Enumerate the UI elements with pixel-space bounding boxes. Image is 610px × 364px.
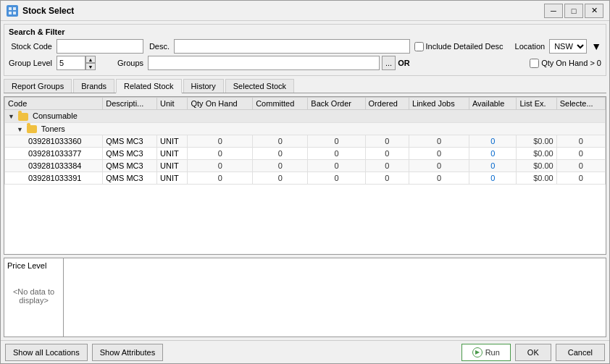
item-list-ex: $0.00	[517, 172, 556, 185]
item-desc: QMS MC3	[103, 160, 157, 172]
show-all-locations-button[interactable]: Show all Locations	[5, 344, 88, 361]
title-bar: Stock Select ─ □ ✕	[1, 1, 609, 21]
table-row[interactable]: 039281033384 QMS MC3 UNIT 0 0 0 0 0 0 $0…	[5, 160, 606, 172]
group-level-input[interactable]	[57, 56, 85, 70]
tree-arrow-icon: ▼	[17, 126, 23, 133]
item-unit: UNIT	[157, 172, 188, 185]
item-select: 0	[556, 172, 605, 185]
item-select: 0	[556, 135, 605, 148]
item-committed: 0	[253, 160, 308, 172]
groups-label: Groups	[100, 59, 143, 67]
stock-code-label: Stock Code	[9, 42, 52, 51]
item-committed: 0	[253, 172, 308, 185]
group-level-down[interactable]: ▼	[85, 63, 96, 70]
item-linked-jobs: 0	[409, 172, 469, 185]
col-committed: Committed	[253, 98, 308, 110]
group-level-label: Group Level	[9, 59, 52, 67]
item-qty: 0	[188, 172, 253, 185]
item-qty: 0	[188, 160, 253, 172]
item-list-ex: $0.00	[517, 135, 556, 148]
app-icon	[7, 5, 18, 17]
run-icon: ▶	[472, 347, 482, 357]
folder-icon	[18, 113, 28, 121]
col-available: Available	[469, 98, 516, 110]
filter-row-2: Group Level ▲ ▼ Groups ... OR Qty On H	[9, 56, 601, 70]
table-row[interactable]: 039281033360 QMS MC3 UNIT 0 0 0 0 0 0 $0…	[5, 135, 606, 148]
close-button[interactable]: ✕	[585, 4, 603, 18]
table-row[interactable]: 039281033377 QMS MC3 UNIT 0 0 0 0 0 0 $0…	[5, 148, 606, 160]
filter-row-1: Stock Code Desc. Include Detailed Desc L…	[9, 39, 601, 54]
table-row[interactable]: ▼ Consumable	[5, 110, 606, 123]
desc-label: Desc.	[148, 42, 170, 51]
price-level-content	[64, 258, 606, 337]
qty-on-hand-checkbox[interactable]: Qty On Hand > 0	[530, 59, 601, 68]
search-filter-title: Search & Filter	[9, 27, 601, 36]
stock-code-input[interactable]	[57, 39, 143, 54]
col-code: Code	[5, 98, 103, 110]
tab-selected-stock[interactable]: Selected Stock	[225, 79, 294, 93]
price-level-title: Price Level	[7, 261, 46, 270]
item-qty: 0	[188, 148, 253, 160]
item-available: 0	[469, 160, 516, 172]
table-header-row: Code Descripti... Unit Qty On Hand Commi…	[5, 98, 606, 110]
footer: Show all Locations Show Attributes ▶ Run…	[1, 340, 609, 363]
col-unit: Unit	[157, 98, 188, 110]
item-desc: QMS MC3	[103, 148, 157, 160]
table-body: ▼ Consumable ▼ Toners	[5, 110, 606, 185]
cancel-button[interactable]: Cancel	[556, 344, 605, 361]
groups-dots-button[interactable]: ...	[382, 56, 396, 70]
location-select[interactable]: NSW QLD VIC SA WA	[549, 39, 587, 54]
svg-rect-3	[13, 12, 16, 14]
svg-rect-1	[13, 7, 16, 10]
table-row[interactable]: ▼ Toners	[5, 122, 606, 135]
item-available: 0	[469, 148, 516, 160]
item-ordered: 0	[365, 135, 409, 148]
stock-table: Code Descripti... Unit Qty On Hand Commi…	[4, 97, 606, 185]
item-unit: UNIT	[157, 148, 188, 160]
content-area: Search & Filter Stock Code Desc. Include…	[1, 21, 609, 340]
show-attributes-button[interactable]: Show Attributes	[92, 344, 163, 361]
col-list-ex: List Ex.	[517, 98, 556, 110]
item-backorder: 0	[308, 148, 365, 160]
item-code: 039281033384	[5, 160, 103, 172]
search-filter-group: Search & Filter Stock Code Desc. Include…	[4, 24, 606, 76]
tree-arrow-icon: ▼	[8, 113, 14, 120]
run-button[interactable]: ▶ Run	[461, 344, 511, 361]
svg-rect-0	[9, 7, 12, 10]
col-select: Selecte...	[556, 98, 605, 110]
include-detailed-desc-checkbox[interactable]: Include Detailed Desc	[414, 42, 504, 51]
tab-brands[interactable]: Brands	[73, 79, 114, 93]
item-ordered: 0	[365, 160, 409, 172]
window-controls: ─ □ ✕	[544, 4, 603, 18]
group-level-up[interactable]: ▲	[85, 56, 96, 63]
tab-history[interactable]: History	[183, 79, 224, 93]
minimize-button[interactable]: ─	[544, 4, 563, 18]
item-backorder: 0	[308, 172, 365, 185]
tabs-row: Report Groups Brands Related Stock Histo…	[4, 79, 606, 93]
window-title: Stock Select	[22, 6, 540, 16]
item-select: 0	[556, 148, 605, 160]
group-level-spinner: ▲ ▼	[57, 56, 96, 70]
item-committed: 0	[253, 148, 308, 160]
col-back-order: Back Order	[308, 98, 365, 110]
tab-report-groups[interactable]: Report Groups	[4, 79, 72, 93]
item-unit: UNIT	[157, 135, 188, 148]
item-list-ex: $0.00	[517, 148, 556, 160]
col-ordered: Ordered	[365, 98, 409, 110]
col-qty-on-hand: Qty On Hand	[188, 98, 253, 110]
item-code: 039281033391	[5, 172, 103, 185]
table-row[interactable]: 039281033391 QMS MC3 UNIT 0 0 0 0 0 0 $0…	[5, 172, 606, 185]
location-dropdown-icon[interactable]: ▼	[591, 41, 601, 52]
item-desc: QMS MC3	[103, 135, 157, 148]
tab-related-stock[interactable]: Related Stock	[116, 79, 181, 93]
ok-button[interactable]: OK	[515, 344, 551, 361]
item-available: 0	[469, 172, 516, 185]
folder-icon	[27, 125, 37, 133]
item-list-ex: $0.00	[517, 160, 556, 172]
item-ordered: 0	[365, 148, 409, 160]
col-description: Descripti...	[103, 98, 157, 110]
groups-input[interactable]	[148, 56, 380, 70]
maximize-button[interactable]: □	[564, 4, 583, 18]
desc-input[interactable]	[174, 39, 410, 54]
item-linked-jobs: 0	[409, 160, 469, 172]
